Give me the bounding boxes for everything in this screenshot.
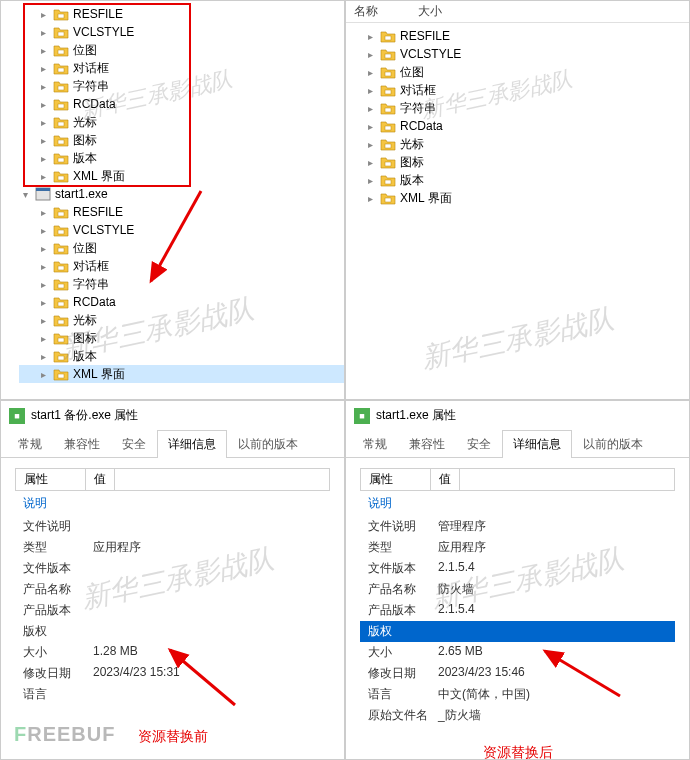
col-property[interactable]: 属性 — [16, 469, 86, 490]
expander-icon[interactable]: ▸ — [368, 49, 380, 60]
col-name[interactable]: 名称 — [354, 3, 418, 20]
tree-item[interactable]: ▸RESFILE — [19, 203, 344, 221]
expander-icon[interactable]: ▸ — [41, 81, 53, 92]
col-value[interactable]: 值 — [431, 469, 460, 490]
property-row[interactable]: 产品版本2.1.5.4 — [360, 600, 675, 621]
property-row[interactable]: 修改日期2023/4/23 15:46 — [360, 663, 675, 684]
tab-4[interactable]: 以前的版本 — [572, 430, 654, 458]
expander-icon[interactable]: ▸ — [368, 67, 380, 78]
tab-4[interactable]: 以前的版本 — [227, 430, 309, 458]
tree-item[interactable]: ▸位图 — [19, 239, 344, 257]
expander-icon[interactable]: ▸ — [41, 333, 53, 344]
expander-icon[interactable]: ▾ — [23, 189, 35, 200]
expander-icon[interactable]: ▸ — [368, 85, 380, 96]
tree-item[interactable]: ▸光标 — [19, 311, 344, 329]
tree-item[interactable]: ▸XML 界面 — [19, 167, 344, 185]
tree-item[interactable]: ▸光标 — [364, 135, 689, 153]
tree-item[interactable]: ▸图标 — [19, 329, 344, 347]
expander-icon[interactable]: ▸ — [41, 9, 53, 20]
tab-1[interactable]: 兼容性 — [53, 430, 111, 458]
expander-icon[interactable]: ▸ — [41, 315, 53, 326]
expander-icon[interactable]: ▸ — [368, 175, 380, 186]
tree-item[interactable]: ▸VCLSTYLE — [19, 221, 344, 239]
property-row[interactable]: 文件版本2.1.5.4 — [360, 558, 675, 579]
expander-icon[interactable]: ▸ — [368, 121, 380, 132]
tree-item[interactable]: ▸对话框 — [19, 257, 344, 275]
tree-item[interactable]: ▸版本 — [19, 149, 344, 167]
expander-icon[interactable]: ▸ — [41, 225, 53, 236]
tree-item[interactable]: ▸版本 — [364, 171, 689, 189]
tab-1[interactable]: 兼容性 — [398, 430, 456, 458]
col-value[interactable]: 值 — [86, 469, 115, 490]
property-row[interactable]: 修改日期2023/4/23 15:31 — [15, 663, 330, 684]
property-row[interactable]: 大小2.65 MB — [360, 642, 675, 663]
property-row[interactable]: 版权 — [360, 621, 675, 642]
expander-icon[interactable]: ▸ — [41, 153, 53, 164]
tree-item[interactable]: ▸VCLSTYLE — [364, 45, 689, 63]
tree-item[interactable]: ▸字符串 — [364, 99, 689, 117]
tab-0[interactable]: 常规 — [7, 430, 53, 458]
expander-icon[interactable]: ▸ — [41, 261, 53, 272]
tab-2[interactable]: 安全 — [456, 430, 502, 458]
tree-item[interactable]: ▸RCData — [364, 117, 689, 135]
property-row[interactable]: 语言中文(简体，中国) — [360, 684, 675, 705]
tree-item[interactable]: ▸XML 界面 — [19, 365, 344, 383]
tab-0[interactable]: 常规 — [352, 430, 398, 458]
property-row[interactable]: 语言 — [15, 684, 330, 705]
tree-item[interactable]: ▸字符串 — [19, 77, 344, 95]
property-row[interactable]: 类型应用程序 — [15, 537, 330, 558]
tree-item[interactable]: ▸VCLSTYLE — [19, 23, 344, 41]
tab-2[interactable]: 安全 — [111, 430, 157, 458]
tree-item[interactable]: ▸字符串 — [19, 275, 344, 293]
property-row[interactable]: 版权 — [15, 621, 330, 642]
resource-tree-right[interactable]: ▸RESFILE▸VCLSTYLE▸位图▸对话框▸字符串▸RCData▸光标▸图… — [346, 23, 689, 211]
tree-item[interactable]: ▸RESFILE — [364, 27, 689, 45]
expander-icon[interactable]: ▸ — [41, 369, 53, 380]
property-row[interactable]: 产品名称防火墙 — [360, 579, 675, 600]
resource-tree-left[interactable]: ▸RESFILE▸VCLSTYLE▸位图▸对话框▸字符串▸RCData▸光标▸图… — [1, 1, 344, 387]
property-row[interactable]: 产品版本 — [15, 600, 330, 621]
description-link[interactable]: 说明 — [360, 491, 675, 516]
property-row[interactable]: 大小1.28 MB — [15, 642, 330, 663]
tree-item[interactable]: ▸图标 — [364, 153, 689, 171]
tree-item[interactable]: ▸位图 — [19, 41, 344, 59]
property-row[interactable]: 原始文件名_防火墙 — [360, 705, 675, 726]
property-row[interactable]: 类型应用程序 — [360, 537, 675, 558]
tree-item[interactable]: ▸RCData — [19, 95, 344, 113]
tree-item[interactable]: ▸RCData — [19, 293, 344, 311]
expander-icon[interactable]: ▸ — [41, 279, 53, 290]
expander-icon[interactable]: ▸ — [41, 171, 53, 182]
col-property[interactable]: 属性 — [361, 469, 431, 490]
tree-item[interactable]: ▸对话框 — [364, 81, 689, 99]
tab-3[interactable]: 详细信息 — [502, 430, 572, 458]
tree-item[interactable]: ▸图标 — [19, 131, 344, 149]
expander-icon[interactable]: ▸ — [41, 27, 53, 38]
expander-icon[interactable]: ▸ — [41, 243, 53, 254]
expander-icon[interactable]: ▸ — [368, 31, 380, 42]
tree-item[interactable]: ▸RESFILE — [19, 5, 344, 23]
description-link[interactable]: 说明 — [15, 491, 330, 516]
expander-icon[interactable]: ▸ — [41, 207, 53, 218]
expander-icon[interactable]: ▸ — [368, 103, 380, 114]
tree-item[interactable]: ▸光标 — [19, 113, 344, 131]
expander-icon[interactable]: ▸ — [368, 193, 380, 204]
property-row[interactable]: 产品名称 — [15, 579, 330, 600]
expander-icon[interactable]: ▸ — [41, 297, 53, 308]
tree-item[interactable]: ▸版本 — [19, 347, 344, 365]
tree-item[interactable]: ▸位图 — [364, 63, 689, 81]
expander-icon[interactable]: ▸ — [41, 63, 53, 74]
tree-item[interactable]: ▸对话框 — [19, 59, 344, 77]
expander-icon[interactable]: ▸ — [41, 135, 53, 146]
expander-icon[interactable]: ▸ — [368, 139, 380, 150]
expander-icon[interactable]: ▸ — [41, 99, 53, 110]
expander-icon[interactable]: ▸ — [368, 157, 380, 168]
property-row[interactable]: 文件版本 — [15, 558, 330, 579]
expander-icon[interactable]: ▸ — [41, 117, 53, 128]
expander-icon[interactable]: ▸ — [41, 351, 53, 362]
tree-item-exe[interactable]: ▾start1.exe — [19, 185, 344, 203]
property-row[interactable]: 文件说明管理程序 — [360, 516, 675, 537]
col-size[interactable]: 大小 — [418, 3, 482, 20]
tree-item[interactable]: ▸XML 界面 — [364, 189, 689, 207]
property-row[interactable]: 文件说明 — [15, 516, 330, 537]
expander-icon[interactable]: ▸ — [41, 45, 53, 56]
